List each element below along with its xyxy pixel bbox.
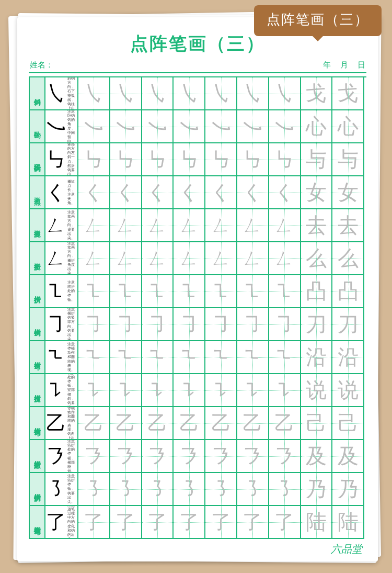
stroke-note: 撇短点长，注意夹角。 [67,176,77,208]
trace-glyph: ㇍ [237,341,268,373]
trace-glyph: 沿 [301,341,332,373]
practice-stroke-cell: ㄥ [269,209,301,242]
practice-stroke-cell: ㄥ [142,242,174,275]
name-label: 姓名： [30,60,53,70]
stroke-demo: ㇊注意转折处的停顿，竖部倾斜，钩要出尖。 [45,374,78,407]
trace-glyph: ㇋ [78,440,109,472]
practice-stroke-cell: ㇃ [174,110,205,143]
stroke-demo: ㇉注意竖部的方向左斜一点，然后钩要出尖。 [45,143,78,176]
trace-glyph: ㇅ [78,275,109,307]
trace-glyph: く [174,176,204,208]
trace-glyph: ㄥ [237,242,268,274]
trace-glyph: 及 [301,440,332,472]
trace-glyph: 了 [142,506,173,538]
stroke-row: 竖折折钩㇉注意竖部的方向左斜一点，然后钩要出尖。㇉㇉㇉㇉㇉㇉㇉与与 [30,143,366,176]
trace-glyph: 了 [110,506,141,538]
trace-glyph: 与 [301,143,332,175]
trace-glyph: ㇆ [237,308,268,340]
day-label: 日 [358,60,365,69]
trace-glyph: ㇌ [110,473,141,505]
title-tab: 点阵笔画（三） [254,5,382,36]
stroke-glyph: 了 [45,506,67,538]
trace-glyph: ㇍ [78,341,109,373]
stroke-note: 注意转折处的停顿。 [67,275,77,307]
practice-stroke-cell: ㇌ [78,473,110,506]
practice-char-cell: 戈 [332,77,364,110]
practice-stroke-cell: 了 [205,506,237,539]
practice-stroke-cell: ㇋ [78,440,110,473]
trace-glyph: 乙 [78,407,109,439]
trace-glyph: ㇅ [110,275,141,307]
practice-char-cell: 女 [301,176,333,209]
stroke-row: 横折钩折㇌注意转折停顿，钩要出尖。㇌㇌㇌㇌㇌㇌㇌乃乃 [30,473,366,506]
trace-glyph: 乙 [110,407,141,439]
practice-stroke-cell: ㄥ [205,242,237,275]
trace-glyph: ㇉ [142,143,173,175]
trace-glyph: ㇉ [174,143,204,175]
practice-stroke-cell: ㄥ [78,242,110,275]
trace-glyph: ㇃ [269,110,300,142]
practice-stroke-cell: ㇋ [269,440,301,473]
practice-stroke-cell: く [269,176,301,209]
practice-stroke-cell: く [78,176,110,209]
practice-stroke-cell: 乙 [110,407,142,440]
trace-glyph: 心 [332,110,363,142]
trace-glyph: ㇍ [110,341,141,373]
trace-glyph: ㇌ [269,473,300,505]
trace-glyph: ㇅ [142,275,173,307]
trace-glyph: ㇊ [269,374,300,406]
practice-stroke-cell: ㇉ [205,143,237,176]
practice-stroke-cell: 了 [237,506,269,539]
practice-stroke-cell: ㇃ [78,110,110,143]
stroke-demo: 了注意运笔过程中方向的变化和钩的出尖。 [45,506,78,539]
trace-glyph: ㄥ [269,209,300,241]
practice-stroke-cell: ㇊ [110,374,142,407]
trace-glyph: 己 [301,407,332,439]
stroke-label: 卧钩 [30,110,45,143]
practice-char-cell: 及 [301,440,333,473]
stroke-row: 横折弯㇍注意停顿动作和圆转的表现。㇍㇍㇍㇍㇍㇍㇍沿沿 [30,341,366,374]
practice-char-cell: 陆 [332,506,364,539]
stroke-label: 撇折 [30,242,45,275]
practice-char-cell: 凸 [301,275,333,308]
practice-stroke-cell: ㇅ [237,275,269,308]
practice-char-cell: 戈 [301,77,333,110]
practice-stroke-cell: く [237,176,269,209]
stroke-demo: ㇌注意转折停顿，钩要出尖。 [45,473,78,506]
practice-stroke-cell: ㇅ [78,275,110,308]
trace-glyph: ㇂ [78,77,109,109]
trace-glyph: ㇌ [142,473,173,505]
practice-char-cell: 心 [332,110,364,143]
trace-glyph: ㇊ [174,374,204,406]
practice-stroke-cell: 了 [78,506,110,539]
trace-glyph: ㇉ [110,143,141,175]
practice-stroke-cell: ㄥ [237,209,269,242]
practice-stroke-cell: ㇆ [174,308,205,341]
trace-glyph: ㄥ [269,242,300,274]
practice-char-cell: 沿 [301,341,333,374]
practice-stroke-cell: ㇉ [78,143,110,176]
trace-glyph: 乃 [301,473,332,505]
trace-glyph: ㇉ [205,143,236,175]
practice-stroke-cell: ㄥ [110,242,142,275]
practice-stroke-cell: ㇆ [110,308,142,341]
trace-glyph: ㇋ [205,440,236,472]
stroke-label: 撇点 [30,176,45,209]
trace-glyph: ㄥ [142,242,173,274]
trace-glyph: ㇊ [205,374,236,406]
stroke-demo: く撇短点长，注意夹角。 [45,176,78,209]
stroke-row: 撇提ㄥ注意笔画方向，提要出尖。ㄥㄥㄥㄥㄥㄥㄥ去去 [30,209,366,242]
stroke-glyph: ㇌ [45,473,67,505]
practice-stroke-cell: 了 [110,506,142,539]
trace-glyph: 乙 [174,407,204,439]
stroke-label: 斜钩 [30,77,45,110]
trace-glyph: ㇅ [174,275,204,307]
practice-stroke-cell: ㇅ [174,275,205,308]
practice-stroke-cell: ㄥ [205,209,237,242]
stroke-glyph: ㇊ [45,374,67,406]
trace-glyph: ㄥ [174,209,204,241]
practice-stroke-cell: ㇍ [237,341,269,374]
trace-glyph: ㄥ [174,242,204,274]
stroke-row: 卧钩㇃注意卧钩钩的角度，中间留白。㇃㇃㇃㇃㇃㇃㇃心心 [30,110,366,143]
trace-glyph: 乙 [237,407,268,439]
